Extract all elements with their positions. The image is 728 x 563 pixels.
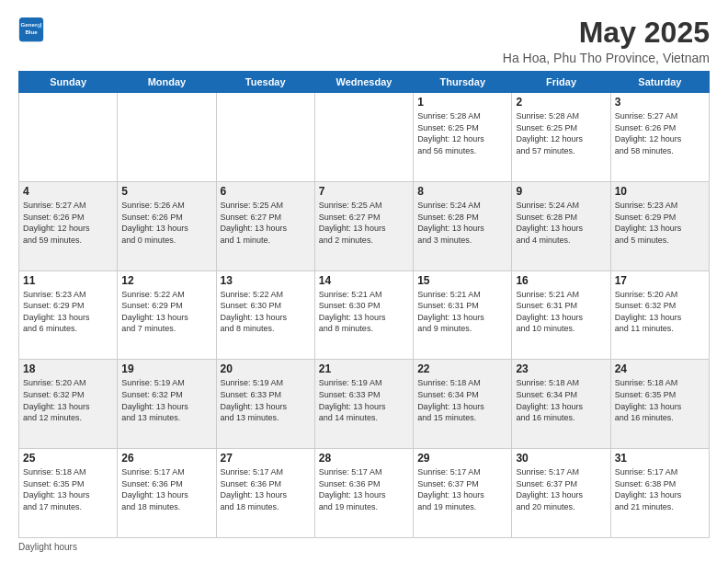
day-info: Sunrise: 5:22 AM Sunset: 6:30 PM Dayligh… (221, 289, 311, 335)
calendar-cell: 3Sunrise: 5:27 AM Sunset: 6:26 PM Daylig… (610, 93, 709, 182)
calendar-cell: 15Sunrise: 5:21 AM Sunset: 6:31 PM Dayli… (414, 270, 512, 360)
calendar-cell (19, 93, 118, 182)
day-info: Sunrise: 5:21 AM Sunset: 6:31 PM Dayligh… (417, 289, 507, 335)
day-number: 12 (121, 274, 211, 287)
day-info: Sunrise: 5:17 AM Sunset: 6:36 PM Dayligh… (221, 466, 311, 512)
calendar-table: SundayMondayTuesdayWednesdayThursdayFrid… (18, 71, 710, 538)
day-info: Sunrise: 5:28 AM Sunset: 6:25 PM Dayligh… (417, 110, 507, 156)
day-number: 13 (221, 274, 311, 287)
day-number: 15 (417, 274, 507, 287)
calendar-cell: 13Sunrise: 5:22 AM Sunset: 6:30 PM Dayli… (216, 270, 314, 360)
calendar-cell: 31Sunrise: 5:17 AM Sunset: 6:38 PM Dayli… (610, 449, 709, 538)
day-info: Sunrise: 5:21 AM Sunset: 6:30 PM Dayligh… (319, 289, 409, 335)
day-info: Sunrise: 5:18 AM Sunset: 6:34 PM Dayligh… (417, 377, 507, 423)
calendar-cell: 30Sunrise: 5:17 AM Sunset: 6:37 PM Dayli… (512, 449, 610, 538)
calendar-cell: 23Sunrise: 5:18 AM Sunset: 6:34 PM Dayli… (512, 360, 610, 449)
calendar-cell: 1Sunrise: 5:28 AM Sunset: 6:25 PM Daylig… (414, 93, 512, 182)
calendar-cell: 24Sunrise: 5:18 AM Sunset: 6:35 PM Dayli… (610, 360, 709, 449)
calendar-cell: 5Sunrise: 5:26 AM Sunset: 6:26 PM Daylig… (118, 181, 216, 270)
day-number: 5 (121, 185, 211, 198)
calendar-week-2: 4Sunrise: 5:27 AM Sunset: 6:26 PM Daylig… (19, 181, 710, 270)
calendar-header-saturday: Saturday (610, 72, 709, 93)
day-info: Sunrise: 5:18 AM Sunset: 6:34 PM Dayligh… (516, 377, 606, 423)
calendar-cell (118, 93, 216, 182)
header: General Blue May 2025 Ha Hoa, Phu Tho Pr… (18, 17, 710, 65)
day-number: 7 (319, 185, 409, 198)
day-info: Sunrise: 5:20 AM Sunset: 6:32 PM Dayligh… (615, 289, 705, 335)
calendar-header-friday: Friday (512, 72, 610, 93)
day-info: Sunrise: 5:17 AM Sunset: 6:37 PM Dayligh… (516, 466, 606, 512)
calendar-cell: 8Sunrise: 5:24 AM Sunset: 6:28 PM Daylig… (414, 181, 512, 270)
day-info: Sunrise: 5:17 AM Sunset: 6:36 PM Dayligh… (319, 466, 409, 512)
day-number: 26 (121, 452, 211, 465)
day-info: Sunrise: 5:23 AM Sunset: 6:29 PM Dayligh… (615, 200, 705, 246)
calendar-cell: 6Sunrise: 5:25 AM Sunset: 6:27 PM Daylig… (216, 181, 314, 270)
day-info: Sunrise: 5:17 AM Sunset: 6:36 PM Dayligh… (121, 466, 211, 512)
day-number: 21 (319, 362, 409, 375)
calendar-cell: 25Sunrise: 5:18 AM Sunset: 6:35 PM Dayli… (19, 449, 118, 538)
calendar-header-sunday: Sunday (19, 72, 118, 93)
calendar-cell: 18Sunrise: 5:20 AM Sunset: 6:32 PM Dayli… (19, 360, 118, 449)
calendar-header-thursday: Thursday (414, 72, 512, 93)
day-info: Sunrise: 5:19 AM Sunset: 6:33 PM Dayligh… (319, 377, 409, 423)
day-info: Sunrise: 5:21 AM Sunset: 6:31 PM Dayligh… (516, 289, 606, 335)
day-number: 17 (615, 274, 705, 287)
logo: General Blue (18, 17, 44, 42)
calendar-header-tuesday: Tuesday (216, 72, 314, 93)
calendar-cell: 21Sunrise: 5:19 AM Sunset: 6:33 PM Dayli… (314, 360, 413, 449)
day-number: 2 (516, 96, 606, 109)
day-info: Sunrise: 5:22 AM Sunset: 6:29 PM Dayligh… (121, 289, 211, 335)
calendar-cell: 29Sunrise: 5:17 AM Sunset: 6:37 PM Dayli… (414, 449, 512, 538)
calendar-header-row: SundayMondayTuesdayWednesdayThursdayFrid… (19, 72, 710, 93)
day-number: 20 (221, 362, 311, 375)
title-block: May 2025 Ha Hoa, Phu Tho Province, Vietn… (503, 17, 710, 65)
calendar-cell (216, 93, 314, 182)
calendar-cell: 14Sunrise: 5:21 AM Sunset: 6:30 PM Dayli… (314, 270, 413, 360)
day-info: Sunrise: 5:27 AM Sunset: 6:26 PM Dayligh… (615, 110, 705, 156)
day-number: 3 (615, 96, 705, 109)
day-number: 18 (23, 362, 113, 375)
day-number: 25 (23, 452, 113, 465)
day-number: 22 (417, 362, 507, 375)
day-number: 6 (221, 185, 311, 198)
calendar-cell: 12Sunrise: 5:22 AM Sunset: 6:29 PM Dayli… (118, 270, 216, 360)
day-number: 23 (516, 362, 606, 375)
calendar-week-5: 25Sunrise: 5:18 AM Sunset: 6:35 PM Dayli… (19, 449, 710, 538)
day-info: Sunrise: 5:25 AM Sunset: 6:27 PM Dayligh… (221, 200, 311, 246)
day-info: Sunrise: 5:17 AM Sunset: 6:38 PM Dayligh… (615, 466, 705, 512)
day-info: Sunrise: 5:23 AM Sunset: 6:29 PM Dayligh… (23, 289, 113, 335)
logo-icon: General Blue (18, 17, 44, 42)
page: General Blue May 2025 Ha Hoa, Phu Tho Pr… (0, 0, 728, 563)
day-number: 11 (23, 274, 113, 287)
calendar-cell: 17Sunrise: 5:20 AM Sunset: 6:32 PM Dayli… (610, 270, 709, 360)
day-info: Sunrise: 5:26 AM Sunset: 6:26 PM Dayligh… (121, 200, 211, 246)
calendar-cell: 20Sunrise: 5:19 AM Sunset: 6:33 PM Dayli… (216, 360, 314, 449)
day-number: 27 (221, 452, 311, 465)
calendar-cell: 11Sunrise: 5:23 AM Sunset: 6:29 PM Dayli… (19, 270, 118, 360)
calendar-cell: 10Sunrise: 5:23 AM Sunset: 6:29 PM Dayli… (610, 181, 709, 270)
day-number: 9 (516, 185, 606, 198)
day-number: 10 (615, 185, 705, 198)
day-info: Sunrise: 5:17 AM Sunset: 6:37 PM Dayligh… (417, 466, 507, 512)
svg-text:Blue: Blue (25, 29, 38, 35)
day-info: Sunrise: 5:18 AM Sunset: 6:35 PM Dayligh… (23, 466, 113, 512)
day-number: 4 (23, 185, 113, 198)
calendar-cell: 4Sunrise: 5:27 AM Sunset: 6:26 PM Daylig… (19, 181, 118, 270)
calendar-week-3: 11Sunrise: 5:23 AM Sunset: 6:29 PM Dayli… (19, 270, 710, 360)
day-number: 16 (516, 274, 606, 287)
calendar-cell: 22Sunrise: 5:18 AM Sunset: 6:34 PM Dayli… (414, 360, 512, 449)
calendar-header-wednesday: Wednesday (314, 72, 413, 93)
day-info: Sunrise: 5:25 AM Sunset: 6:27 PM Dayligh… (319, 200, 409, 246)
day-info: Sunrise: 5:24 AM Sunset: 6:28 PM Dayligh… (417, 200, 507, 246)
calendar-cell: 2Sunrise: 5:28 AM Sunset: 6:25 PM Daylig… (512, 93, 610, 182)
day-info: Sunrise: 5:18 AM Sunset: 6:35 PM Dayligh… (615, 377, 705, 423)
daylight-hours-label: Daylight hours (18, 542, 77, 552)
calendar-cell: 9Sunrise: 5:24 AM Sunset: 6:28 PM Daylig… (512, 181, 610, 270)
day-number: 28 (319, 452, 409, 465)
calendar-cell: 27Sunrise: 5:17 AM Sunset: 6:36 PM Dayli… (216, 449, 314, 538)
day-number: 19 (121, 362, 211, 375)
day-number: 30 (516, 452, 606, 465)
calendar-cell: 26Sunrise: 5:17 AM Sunset: 6:36 PM Dayli… (118, 449, 216, 538)
day-number: 8 (417, 185, 507, 198)
calendar-cell (314, 93, 413, 182)
